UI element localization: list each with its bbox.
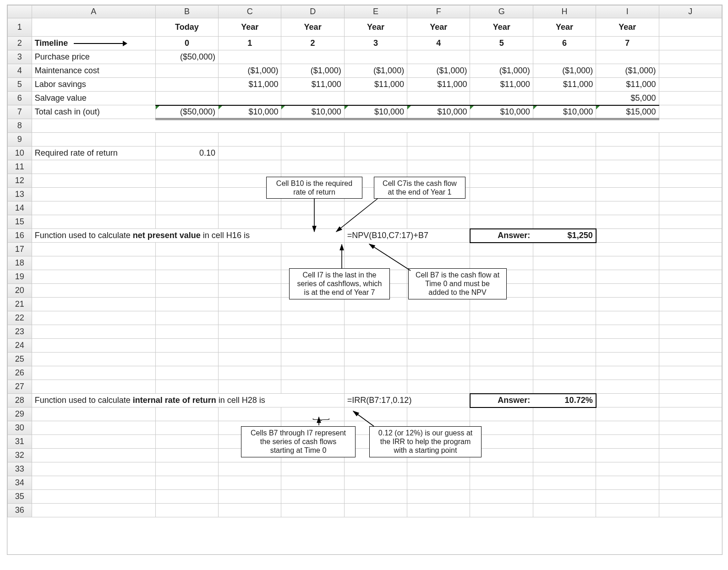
cell-D2[interactable]: 2: [281, 37, 344, 50]
cell-E10[interactable]: [344, 147, 407, 160]
row-22[interactable]: 22: [8, 311, 722, 325]
cell-G7[interactable]: $10,000: [470, 105, 533, 119]
cell-E2[interactable]: 3: [344, 37, 407, 50]
cell-E1[interactable]: Year: [344, 18, 407, 37]
cell-I10[interactable]: [596, 147, 659, 160]
cell-C9[interactable]: [219, 133, 281, 147]
rowhead-15[interactable]: 15: [8, 215, 32, 229]
cell-D9[interactable]: [281, 133, 344, 147]
cell-I7[interactable]: $15,000: [596, 105, 659, 119]
cell-H28[interactable]: 10.72%: [533, 394, 596, 407]
cell-J4[interactable]: [659, 64, 722, 78]
cell-G2[interactable]: 5: [470, 37, 533, 50]
rowhead-12[interactable]: 12: [8, 174, 32, 188]
cell-H16[interactable]: $1,250: [533, 229, 596, 243]
column-header-row[interactable]: A B C D E F G H I J: [8, 5, 722, 18]
cell-B5[interactable]: [155, 78, 218, 92]
row-28[interactable]: 28 Function used to calculate internal r…: [8, 394, 722, 407]
cell-D1[interactable]: Year: [281, 18, 344, 37]
rowhead-2[interactable]: 2: [8, 37, 32, 50]
cell-F10[interactable]: [407, 147, 470, 160]
cell-E9[interactable]: [344, 133, 407, 147]
row-23[interactable]: 23: [8, 325, 722, 339]
cell-D3[interactable]: [281, 50, 344, 64]
cell-D7[interactable]: $10,000: [281, 105, 344, 119]
cell-E5[interactable]: $11,000: [344, 78, 407, 92]
cell-I9[interactable]: [596, 133, 659, 147]
cell-J28[interactable]: [659, 394, 722, 407]
row-29[interactable]: 29: [8, 407, 722, 421]
col-I[interactable]: I: [596, 5, 659, 18]
cell-A5[interactable]: Labor savings: [32, 78, 155, 92]
cell-I6[interactable]: $5,000: [596, 92, 659, 105]
row-24[interactable]: 24: [8, 339, 722, 353]
col-E[interactable]: E: [344, 5, 407, 18]
row-3[interactable]: 3 Purchase price ($50,000): [8, 50, 722, 64]
cell-A4[interactable]: Maintenance cost: [32, 64, 155, 78]
cell-H5[interactable]: $11,000: [533, 78, 596, 92]
cell-C1[interactable]: Year: [219, 18, 281, 37]
cell-B7[interactable]: ($50,000): [155, 105, 218, 119]
cell-G10[interactable]: [470, 147, 533, 160]
cell-J1[interactable]: [659, 18, 722, 37]
rowhead-3[interactable]: 3: [8, 50, 32, 64]
cell-C5[interactable]: $11,000: [219, 78, 281, 92]
cell-G5[interactable]: $11,000: [470, 78, 533, 92]
cell-H10[interactable]: [533, 147, 596, 160]
cell-E3[interactable]: [344, 50, 407, 64]
cell-B3[interactable]: ($50,000): [155, 50, 218, 64]
cell-A10[interactable]: Required rate of return: [32, 147, 155, 160]
cell-J16[interactable]: [659, 229, 722, 243]
row-8[interactable]: 8: [8, 119, 722, 133]
cell-A8[interactable]: [32, 119, 722, 133]
col-F[interactable]: F: [407, 5, 470, 18]
row-17[interactable]: 17: [8, 243, 722, 256]
rowhead-5[interactable]: 5: [8, 78, 32, 92]
cell-I3[interactable]: [596, 50, 659, 64]
cell-J2[interactable]: [659, 37, 722, 50]
cell-C10[interactable]: [219, 147, 281, 160]
cell-D6[interactable]: [281, 92, 344, 105]
cell-J5[interactable]: [659, 78, 722, 92]
cell-I5[interactable]: $11,000: [596, 78, 659, 92]
row-10[interactable]: 10 Required rate of return 0.10: [8, 147, 722, 160]
row-27[interactable]: 27: [8, 380, 722, 394]
cell-B2[interactable]: 0: [155, 37, 218, 50]
cell-J10[interactable]: [659, 147, 722, 160]
cell-F5[interactable]: $11,000: [407, 78, 470, 92]
row-18[interactable]: 18: [8, 256, 722, 270]
cell-D5[interactable]: $11,000: [281, 78, 344, 92]
cell-C2[interactable]: 1: [219, 37, 281, 50]
select-all-corner[interactable]: [8, 5, 32, 18]
cell-I4[interactable]: ($1,000): [596, 64, 659, 78]
cell-J9[interactable]: [659, 133, 722, 147]
rowhead-13[interactable]: 13: [8, 188, 32, 201]
col-C[interactable]: C: [219, 5, 281, 18]
cell-H2[interactable]: 6: [533, 37, 596, 50]
col-B[interactable]: B: [155, 5, 218, 18]
cell-F4[interactable]: ($1,000): [407, 64, 470, 78]
row-12[interactable]: 12: [8, 174, 722, 188]
cell-C3[interactable]: [219, 50, 281, 64]
col-D[interactable]: D: [281, 5, 344, 18]
col-H[interactable]: H: [533, 5, 596, 18]
rowhead-9[interactable]: 9: [8, 133, 32, 147]
cell-G1[interactable]: Year: [470, 18, 533, 37]
row-25[interactable]: 25: [8, 353, 722, 366]
cell-G3[interactable]: [470, 50, 533, 64]
cell-H6[interactable]: [533, 92, 596, 105]
cell-H7[interactable]: $10,000: [533, 105, 596, 119]
cell-H9[interactable]: [533, 133, 596, 147]
cell-B1[interactable]: Today: [155, 18, 218, 37]
cell-J7[interactable]: [659, 105, 722, 119]
col-J[interactable]: J: [659, 5, 722, 18]
cell-B4[interactable]: [155, 64, 218, 78]
row-9[interactable]: 9: [8, 133, 722, 147]
row-14[interactable]: 14: [8, 201, 722, 215]
cell-A9[interactable]: [32, 133, 155, 147]
row-33[interactable]: 33: [8, 462, 722, 476]
cell-A6[interactable]: Salvage value: [32, 92, 155, 105]
row-2[interactable]: 2 Timeline 0 1 2 3 4 5 6 7: [8, 37, 722, 50]
cell-B6[interactable]: [155, 92, 218, 105]
cell-F2[interactable]: 4: [407, 37, 470, 50]
